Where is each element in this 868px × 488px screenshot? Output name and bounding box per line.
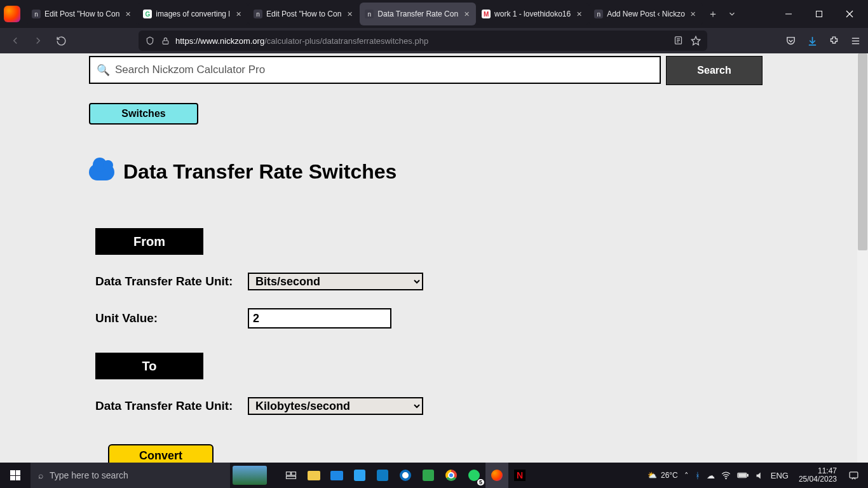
browser-tab-active[interactable]: n Data Transfer Rate Con ✕ (360, 3, 476, 25)
to-unit-row: Data Transfer Rate Unit: Kilobytes/secon… (95, 397, 763, 415)
tab-label: Edit Post "How to Con (44, 10, 119, 18)
svg-rect-16 (292, 472, 296, 475)
shield-icon (145, 36, 155, 46)
page-content: 🔍 Search Nickzom Calculator Pro Search S… (89, 53, 763, 463)
close-icon[interactable]: ✕ (345, 10, 354, 18)
volume-icon[interactable] (755, 471, 764, 480)
task-view-icon[interactable] (280, 463, 302, 488)
maximize-button[interactable] (804, 4, 834, 24)
app-icon[interactable] (417, 463, 440, 488)
whatsapp-icon[interactable]: 5 (463, 463, 485, 488)
browser-tab[interactable]: M work 1 - lovethidoko16 ✕ (477, 3, 588, 25)
windows-logo-icon (10, 470, 20, 480)
vscode-icon[interactable] (348, 463, 371, 488)
cloud-sync-icon[interactable]: ☁ (707, 471, 715, 480)
weather-temp: 26°C (661, 471, 678, 480)
address-bar[interactable]: https://www.nickzom.org/calculator-plus/… (139, 30, 707, 51)
close-icon[interactable]: ✕ (462, 10, 471, 18)
svg-rect-15 (287, 472, 291, 475)
wifi-icon[interactable] (721, 471, 731, 480)
toolbar-actions (785, 36, 862, 46)
to-badge: To (95, 353, 203, 379)
badge-count: 5 (477, 479, 484, 485)
reload-button[interactable] (52, 32, 70, 50)
chrome-icon[interactable] (440, 463, 463, 488)
file-explorer-icon[interactable] (302, 463, 325, 488)
switches-button[interactable]: Switches (89, 103, 198, 125)
downloads-icon[interactable] (807, 36, 818, 46)
new-tab-button[interactable]: ＋ (703, 4, 722, 24)
browser-tab[interactable]: n Add New Post ‹ Nickzo ✕ (589, 3, 703, 25)
tab-overflow-button[interactable] (722, 4, 742, 24)
close-icon[interactable]: ✕ (689, 10, 698, 18)
scrollbar-track[interactable] (857, 53, 868, 463)
search-placeholder: Search Nickzom Calculator Pro (115, 64, 265, 76)
close-icon[interactable]: ✕ (574, 10, 583, 18)
favicon-icon: G (143, 10, 152, 18)
page-viewport: 🔍 Search Nickzom Calculator Pro Search S… (0, 53, 868, 463)
menu-icon[interactable] (850, 36, 862, 46)
close-icon[interactable]: ✕ (123, 10, 132, 18)
browser-tab[interactable]: n Edit Post "How to Con ✕ (27, 3, 137, 25)
bluetooth-icon[interactable]: ᚼ (695, 471, 700, 480)
windows-taskbar: ⌕ Type here to search 5 N ⛅ 26°C ˄ ᚼ ☁ E… (0, 463, 868, 488)
tab-label: Add New Post ‹ Nickzo (607, 10, 685, 18)
url-text: https://www.nickzom.org/calculator-plus/… (175, 36, 668, 46)
svg-rect-21 (738, 474, 745, 477)
close-icon[interactable]: ✕ (234, 10, 243, 18)
to-unit-select[interactable]: Kilobytes/second (248, 397, 423, 415)
netflix-icon[interactable]: N (508, 463, 531, 488)
scrollbar-thumb[interactable] (858, 53, 867, 250)
svg-rect-22 (850, 471, 858, 477)
pocket-icon[interactable] (785, 36, 797, 46)
site-search-button[interactable]: Search (666, 56, 763, 85)
back-button[interactable] (6, 32, 24, 50)
firefox-icon[interactable] (485, 463, 508, 488)
tab-strip: n Edit Post "How to Con ✕ G images of co… (27, 3, 703, 25)
clock[interactable]: 11:47 25/04/2023 (799, 467, 837, 484)
svg-rect-17 (287, 477, 296, 479)
site-search-input[interactable]: 🔍 Search Nickzom Calculator Pro (89, 56, 661, 84)
unit-value-label: Unit Value: (95, 311, 248, 325)
browser-toolbar: https://www.nickzom.org/calculator-plus/… (0, 28, 868, 53)
news-widget-icon[interactable] (233, 466, 267, 485)
svg-rect-20 (747, 475, 749, 477)
search-icon: 🔍 (97, 64, 110, 77)
convert-button[interactable]: Convert (108, 444, 214, 463)
from-unit-select[interactable]: Bits/second (248, 273, 423, 290)
mail-icon[interactable] (325, 463, 348, 488)
tab-label: work 1 - lovethidoko16 (494, 10, 571, 18)
forward-button[interactable] (29, 32, 47, 50)
page-title-row: Data Transfer Rate Switches (89, 160, 763, 184)
firefox-logo-icon (4, 6, 20, 22)
weather-widget[interactable]: ⛅ 26°C (648, 471, 678, 480)
teamviewer-icon[interactable] (394, 463, 417, 488)
tab-label: Data Transfer Rate Con (377, 10, 458, 18)
notifications-icon[interactable] (848, 470, 859, 481)
language-indicator[interactable]: ENG (771, 471, 789, 480)
search-icon: ⌕ (38, 470, 43, 480)
favicon-icon: n (594, 10, 603, 18)
taskbar-search[interactable]: ⌕ Type here to search (31, 463, 230, 488)
minimize-button[interactable] (774, 4, 803, 24)
window-controls (774, 4, 864, 24)
svg-rect-1 (817, 11, 822, 17)
taskbar-search-placeholder: Type here to search (50, 470, 128, 480)
extensions-icon[interactable] (829, 36, 840, 46)
browser-tab[interactable]: n Edit Post "How to Con ✕ (248, 3, 359, 25)
app-icon[interactable] (371, 463, 394, 488)
favicon-icon: n (254, 10, 262, 18)
reader-mode-icon[interactable] (674, 36, 683, 46)
cloud-icon (89, 164, 114, 180)
from-unit-label: Data Transfer Rate Unit: (95, 274, 248, 288)
close-window-button[interactable] (835, 4, 864, 24)
system-tray: ⛅ 26°C ˄ ᚼ ☁ ENG 11:47 25/04/2023 (648, 467, 868, 484)
start-button[interactable] (0, 463, 31, 488)
bookmark-icon[interactable] (691, 36, 701, 46)
battery-icon[interactable] (737, 471, 749, 479)
svg-point-18 (726, 478, 726, 478)
browser-tab[interactable]: G images of converting l ✕ (138, 3, 248, 25)
svg-rect-4 (163, 40, 168, 43)
unit-value-input[interactable] (248, 308, 391, 329)
chevron-up-icon[interactable]: ˄ (684, 471, 689, 480)
